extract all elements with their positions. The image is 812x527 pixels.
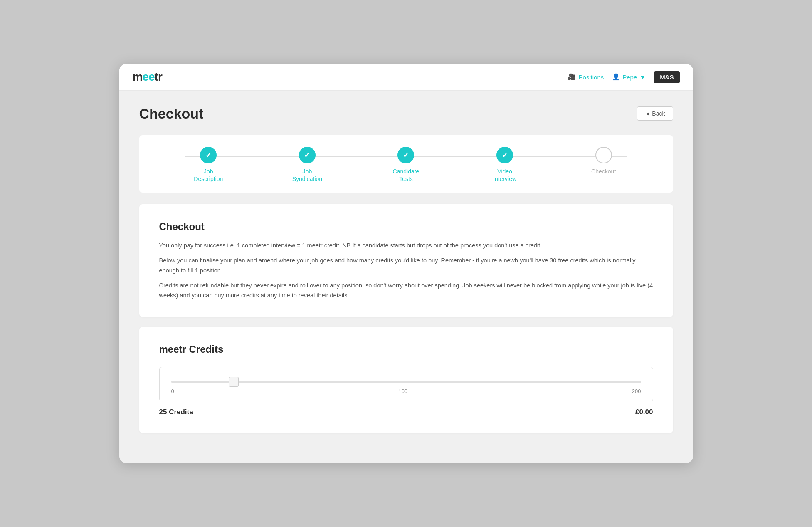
page-header: Checkout ◄ Back <box>139 106 673 122</box>
header: meetr 🎥 Positions 👤 Pepe ▼ M&S <box>119 64 693 91</box>
step-label-5: Checkout <box>591 168 616 175</box>
header-nav: 🎥 Positions 👤 Pepe ▼ M&S <box>568 71 679 83</box>
main-content: Checkout ◄ Back ✓ JobDescription ✓ JobSy… <box>119 91 693 463</box>
back-button[interactable]: ◄ Back <box>637 106 673 121</box>
positions-button[interactable]: 🎥 Positions <box>568 73 604 81</box>
credits-slider[interactable] <box>171 381 641 383</box>
credits-title: meetr Credits <box>159 344 653 355</box>
slider-container: 0 100 200 <box>159 367 653 401</box>
logo: meetr <box>133 70 162 84</box>
step-label-2: JobSyndication <box>292 168 322 183</box>
user-icon: 👤 <box>612 73 620 81</box>
user-label: Pepe <box>622 74 637 81</box>
credits-card: meetr Credits 0 100 200 25 Credits £0.00 <box>139 327 673 433</box>
step-circle-3: ✓ <box>397 147 414 163</box>
positions-label: Positions <box>578 74 604 81</box>
credits-count: 25 Credits <box>159 408 193 416</box>
checkout-paragraph-2: Below you can finalise your plan and ame… <box>159 256 653 276</box>
step-video-interview: ✓ VideoInterview <box>455 147 554 183</box>
step-candidate-tests: ✓ CandidateTests <box>357 147 456 183</box>
step-circle-4: ✓ <box>496 147 513 163</box>
slider-labels: 0 100 200 <box>171 388 641 394</box>
video-icon: 🎥 <box>568 73 576 81</box>
page-title: Checkout <box>139 106 204 122</box>
step-checkout: Checkout <box>554 147 653 175</box>
step-label-1: JobDescription <box>194 168 223 183</box>
step-label-3: CandidateTests <box>393 168 420 183</box>
step-label-4: VideoInterview <box>493 168 516 183</box>
app-window: meetr 🎥 Positions 👤 Pepe ▼ M&S Checkout … <box>119 64 693 463</box>
step-circle-5 <box>595 147 612 163</box>
credits-price: £0.00 <box>635 408 653 416</box>
slider-label-max: 200 <box>632 388 641 394</box>
step-job-description: ✓ JobDescription <box>159 147 258 183</box>
step-circle-2: ✓ <box>299 147 316 163</box>
step-job-syndication: ✓ JobSyndication <box>258 147 357 183</box>
user-menu-button[interactable]: 👤 Pepe ▼ <box>612 73 646 81</box>
credits-footer: 25 Credits £0.00 <box>159 408 653 416</box>
step-circle-1: ✓ <box>200 147 217 163</box>
chevron-down-icon: ▼ <box>639 74 646 81</box>
slider-label-mid: 100 <box>398 388 407 394</box>
checkout-info-card: Checkout You only pay for success i.e. 1… <box>139 204 673 317</box>
checkout-paragraph-1: You only pay for success i.e. 1 complete… <box>159 241 653 251</box>
stepper: ✓ JobDescription ✓ JobSyndication ✓ Cand… <box>139 135 673 193</box>
checkout-paragraph-3: Credits are not refundable but they neve… <box>159 281 653 301</box>
slider-label-min: 0 <box>171 388 174 394</box>
logo-text: meetr <box>133 70 162 84</box>
checkout-card-title: Checkout <box>159 221 653 233</box>
ms-badge: M&S <box>654 71 679 83</box>
